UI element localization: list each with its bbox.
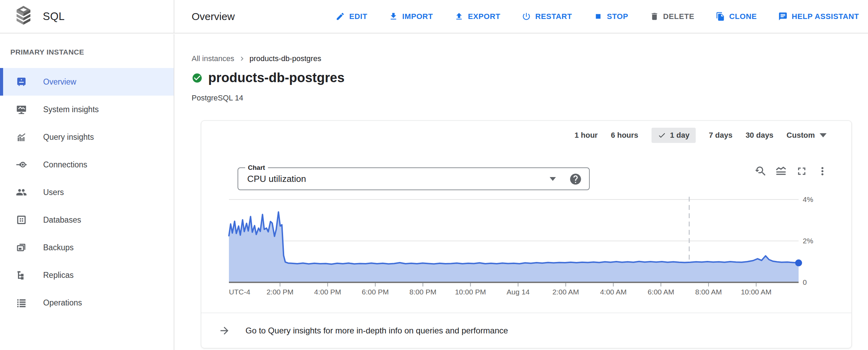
product-name: SQL [43, 10, 65, 23]
sidebar-item-label: Users [43, 188, 64, 197]
zoom-reset-icon[interactable] [754, 165, 766, 177]
help-icon[interactable] [569, 173, 582, 186]
export-button[interactable]: EXPORT [454, 12, 500, 21]
sidebar-item-operations[interactable]: Operations [0, 289, 174, 317]
sidebar-item-label: Databases [43, 215, 81, 225]
x-axis-tick-label: 4:00 PM [314, 288, 341, 296]
range-custom[interactable]: Custom [787, 131, 827, 140]
stop-square-icon [594, 12, 603, 21]
range-1-day-label: 1 day [670, 131, 689, 140]
export-label: EXPORT [468, 12, 500, 21]
sidebar-item-label: Overview [43, 77, 76, 87]
upload-icon [454, 12, 464, 21]
cloud-sql-logo-icon [14, 6, 33, 28]
sidebar-item-query-insights[interactable]: Query insights [0, 123, 174, 151]
instance-actions: EDIT IMPORT EXPORT RESTART STOP [336, 12, 859, 21]
dropdown-arrow-icon [820, 133, 827, 137]
range-7-days[interactable]: 7 days [709, 131, 733, 140]
range-1-hour[interactable]: 1 hour [575, 131, 598, 140]
sidebar-item-label: Backups [43, 243, 74, 252]
delete-button[interactable]: DELETE [650, 12, 694, 21]
sidebar-item-databases[interactable]: Databases [0, 206, 174, 234]
tree-hierarchy-icon [16, 270, 27, 281]
cpu-utilization-chart[interactable]: UTC-4 2:00 PM4:00 PM6:00 PM8:00 PM10:00 … [229, 194, 799, 287]
time-range-selector: 1 hour 6 hours 1 day 7 days 30 days Cust… [575, 127, 827, 144]
y-axis-tick-label: 4% [803, 195, 827, 204]
edit-label: EDIT [349, 12, 367, 21]
bar-chart-trend-icon [16, 132, 27, 143]
sidebar-item-backups[interactable]: Backups [0, 234, 174, 261]
clone-label: CLONE [729, 12, 757, 21]
chart-metric-select[interactable]: Chart CPU utilization [238, 167, 590, 190]
stop-button[interactable]: STOP [594, 12, 628, 21]
x-axis-tick-label: 8:00 PM [409, 288, 436, 296]
help-assistant-label: HELP ASSISTANT [792, 12, 859, 21]
range-30-days[interactable]: 30 days [745, 131, 773, 140]
select-dropdown-arrow-icon [550, 177, 556, 181]
instance-name: products-db-postgres [208, 70, 345, 85]
instance-title-row: products-db-postgres [192, 70, 345, 85]
range-6-hours[interactable]: 6 hours [611, 131, 638, 140]
chevron-right-icon [238, 55, 246, 63]
top-bar: SQL Overview EDIT IMPORT EXPORT [0, 0, 868, 33]
edit-button[interactable]: EDIT [336, 12, 367, 21]
sidebar-item-label: Query insights [43, 133, 94, 142]
clone-button[interactable]: CLONE [716, 12, 757, 21]
sidebar-item-connections[interactable]: Connections [0, 151, 174, 178]
breadcrumb-all-instances[interactable]: All instances [192, 54, 234, 63]
sidebar-item-overview[interactable]: Overview [0, 68, 174, 96]
restart-button[interactable]: RESTART [522, 12, 572, 21]
x-axis-tick-label: Aug 14 [507, 288, 530, 296]
check-icon [658, 131, 666, 139]
power-icon [522, 12, 531, 21]
x-axis-tick-label: 10:00 AM [741, 288, 772, 296]
area-chart-toggle-icon[interactable] [775, 165, 787, 177]
timezone-label: UTC-4 [229, 288, 250, 296]
chart-metric-value: CPU utilization [247, 168, 306, 189]
chat-icon [778, 12, 788, 21]
copy-icon [716, 12, 725, 21]
help-assistant-button[interactable]: HELP ASSISTANT [778, 12, 859, 21]
range-custom-label: Custom [787, 131, 815, 140]
sidebar: PRIMARY INSTANCE Overview System insight… [0, 34, 174, 350]
x-axis-tick-label: 8:00 AM [695, 288, 722, 296]
breadcrumb-current: products-db-postgres [250, 54, 321, 63]
sidebar-item-system-insights[interactable]: System insights [0, 96, 174, 123]
y-axis-tick-label: 0 [803, 278, 827, 286]
sidebar-item-label: Operations [43, 298, 82, 308]
x-axis-tick-label: 2:00 AM [552, 288, 579, 296]
page-title: Overview [192, 11, 235, 22]
query-insights-link[interactable]: Go to Query insights for more in-depth i… [201, 313, 851, 348]
sidebar-nav: Overview System insights Query insights … [0, 68, 174, 317]
x-axis-tick-label: 6:00 AM [648, 288, 674, 296]
arrow-forward-icon [219, 325, 230, 337]
delete-label: DELETE [663, 12, 694, 21]
stop-label: STOP [607, 12, 628, 21]
more-options-icon[interactable] [816, 165, 829, 177]
pencil-icon [336, 12, 345, 21]
range-1-day-selected[interactable]: 1 day [652, 128, 696, 143]
import-label: IMPORT [402, 12, 433, 21]
sidebar-item-label: System insights [43, 105, 99, 114]
sidebar-item-replicas[interactable]: Replicas [0, 261, 174, 289]
x-axis-tick-label: 2:00 PM [267, 288, 293, 296]
monitoring-card: 1 hour 6 hours 1 day 7 days 30 days Cust… [201, 120, 852, 348]
fullscreen-icon[interactable] [795, 165, 808, 177]
cloud-sql-console: SQL Overview EDIT IMPORT EXPORT [0, 0, 868, 350]
table-grid-icon [16, 214, 27, 225]
trash-icon [650, 12, 659, 21]
sidebar-item-users[interactable]: Users [0, 178, 174, 206]
import-button[interactable]: IMPORT [389, 12, 433, 21]
download-icon [389, 12, 398, 21]
sidebar-item-label: Replicas [43, 271, 74, 280]
engine-version: PostgreSQL 14 [192, 94, 243, 103]
main-content: All instances products-db-postgres produ… [175, 34, 868, 350]
x-axis-tick-label: 6:00 PM [362, 288, 389, 296]
y-axis-tick-label: 2% [803, 237, 827, 245]
monitor-chart-icon [16, 104, 27, 115]
instance-overview-icon [16, 76, 27, 87]
layered-windows-icon [16, 242, 27, 253]
status-check-circle-icon [192, 72, 203, 84]
people-icon [16, 187, 27, 198]
input-plug-icon [16, 159, 27, 170]
